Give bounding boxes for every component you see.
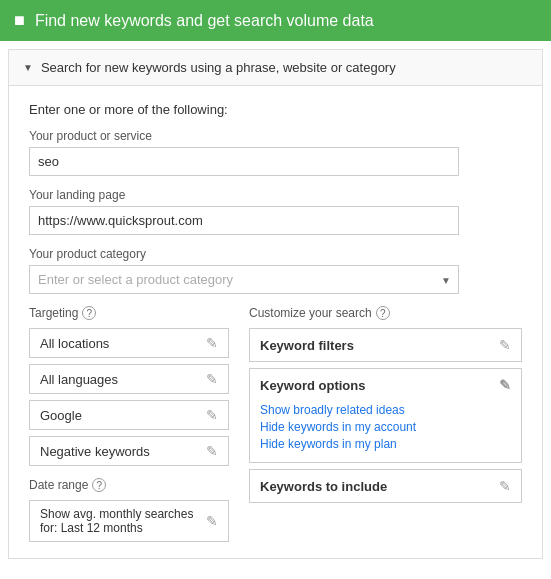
targeting-item-languages[interactable]: All languages ✎ — [29, 364, 229, 394]
product-input[interactable] — [29, 147, 459, 176]
category-select-wrapper: Enter or select a product category — [29, 265, 459, 294]
customize-title: Customize your search — [249, 306, 372, 320]
targeting-locations-label: All locations — [40, 336, 109, 351]
targeting-item-google[interactable]: Google ✎ — [29, 400, 229, 430]
keyword-options-edit-icon[interactable]: ✎ — [499, 377, 511, 393]
keyword-filters-edit-icon[interactable]: ✎ — [499, 337, 511, 353]
keyword-sub-option-1[interactable]: Hide keywords in my account — [260, 420, 511, 434]
left-column: Targeting ? All locations ✎ All language… — [29, 306, 229, 542]
keyword-filters-box[interactable]: Keyword filters ✎ — [249, 328, 522, 362]
keywords-to-include-box[interactable]: Keywords to include ✎ — [249, 469, 522, 503]
category-label: Your product category — [29, 247, 522, 261]
keyword-sub-option-2[interactable]: Hide keywords in my plan — [260, 437, 511, 451]
landing-input[interactable] — [29, 206, 459, 235]
keywords-to-include-label: Keywords to include — [260, 479, 387, 494]
targeting-title: Targeting — [29, 306, 78, 320]
targeting-help-icon[interactable]: ? — [82, 306, 96, 320]
right-column: Customize your search ? Keyword filters … — [249, 306, 522, 542]
landing-field-group: Your landing page — [29, 188, 522, 235]
date-range-edit-icon[interactable]: ✎ — [206, 513, 218, 529]
header-icon: ■ — [14, 10, 25, 31]
customize-help-icon[interactable]: ? — [376, 306, 390, 320]
form-instructions: Enter one or more of the following: — [29, 102, 522, 117]
targeting-item-negative-keywords[interactable]: Negative keywords ✎ — [29, 436, 229, 466]
collapsible-toggle[interactable]: ▼ Search for new keywords using a phrase… — [9, 50, 542, 86]
date-range-help-icon[interactable]: ? — [92, 478, 106, 492]
date-range-label: Date range — [29, 478, 88, 492]
collapsible-section: ▼ Search for new keywords using a phrase… — [8, 49, 543, 559]
product-field-group: Your product or service — [29, 129, 522, 176]
keyword-options-body: Show broadly related ideas Hide keywords… — [250, 401, 521, 462]
collapsible-body: Enter one or more of the following: Your… — [9, 86, 542, 558]
targeting-google-label: Google — [40, 408, 82, 423]
two-column-layout: Targeting ? All locations ✎ All language… — [29, 306, 522, 542]
targeting-negative-keywords-label: Negative keywords — [40, 444, 150, 459]
targeting-google-edit-icon[interactable]: ✎ — [206, 407, 218, 423]
keyword-sub-option-0[interactable]: Show broadly related ideas — [260, 403, 511, 417]
landing-label: Your landing page — [29, 188, 522, 202]
product-label: Your product or service — [29, 129, 522, 143]
date-range-title: Date range ? — [29, 478, 229, 492]
targeting-section-title: Targeting ? — [29, 306, 229, 320]
targeting-item-locations[interactable]: All locations ✎ — [29, 328, 229, 358]
collapsible-label: Search for new keywords using a phrase, … — [41, 60, 396, 75]
page-title: Find new keywords and get search volume … — [35, 12, 374, 30]
date-range-item[interactable]: Show avg. monthly searches for: Last 12 … — [29, 500, 229, 542]
date-range-section: Date range ? Show avg. monthly searches … — [29, 478, 229, 542]
targeting-languages-edit-icon[interactable]: ✎ — [206, 371, 218, 387]
keyword-options-label: Keyword options — [260, 378, 365, 393]
customize-section-title: Customize your search ? — [249, 306, 522, 320]
collapse-arrow-icon: ▼ — [23, 62, 33, 73]
keyword-options-header[interactable]: Keyword options ✎ — [250, 369, 521, 401]
targeting-negative-keywords-edit-icon[interactable]: ✎ — [206, 443, 218, 459]
keyword-options-wrapper: Keyword options ✎ Show broadly related i… — [249, 368, 522, 463]
page-header: ■ Find new keywords and get search volum… — [0, 0, 551, 41]
category-select[interactable]: Enter or select a product category — [29, 265, 459, 294]
targeting-locations-edit-icon[interactable]: ✎ — [206, 335, 218, 351]
keyword-filters-label: Keyword filters — [260, 338, 354, 353]
targeting-languages-label: All languages — [40, 372, 118, 387]
keywords-to-include-edit-icon[interactable]: ✎ — [499, 478, 511, 494]
date-range-value: Show avg. monthly searches for: Last 12 … — [40, 507, 193, 535]
category-field-group: Your product category Enter or select a … — [29, 247, 522, 294]
